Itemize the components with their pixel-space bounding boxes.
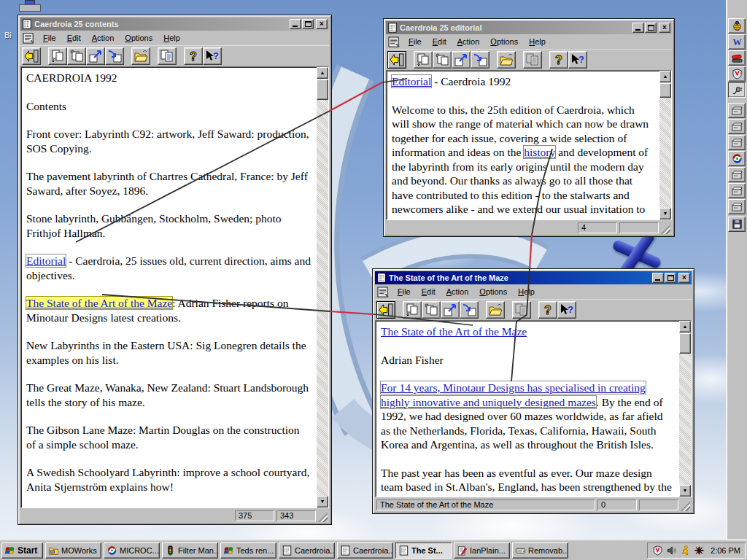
- menu-edit[interactable]: Edit: [433, 37, 446, 46]
- resize-grip[interactable]: [318, 513, 328, 522]
- stapler-icon-button[interactable]: [728, 50, 746, 66]
- link-out-button[interactable]: [86, 47, 105, 65]
- menu-action[interactable]: Action: [457, 37, 480, 46]
- scroll-thumb[interactable]: [659, 83, 671, 98]
- context-help-button[interactable]: [568, 51, 587, 69]
- task-caerdroia-1[interactable]: Caerdroia...: [279, 542, 335, 559]
- scroll-up-button[interactable]: ▲: [317, 67, 328, 79]
- menu-file[interactable]: File: [409, 37, 422, 46]
- menu-edit[interactable]: Edit: [422, 287, 436, 296]
- title-bar[interactable]: The State of the Art of the Maze ×: [375, 271, 692, 284]
- resize-grip[interactable]: [681, 502, 690, 511]
- open-button[interactable]: [497, 51, 516, 69]
- task-filter-manager[interactable]: Filter Man...: [162, 542, 218, 559]
- shield-badge-icon-button[interactable]: [728, 66, 746, 82]
- flower-icon[interactable]: [694, 545, 705, 556]
- vertical-scrollbar[interactable]: ▲ ▼: [679, 321, 691, 497]
- desktop-icon-fragment[interactable]: [19, 0, 41, 12]
- help-button[interactable]: [538, 301, 557, 319]
- drive-n-icon-button[interactable]: [728, 183, 746, 198]
- paste-page-button[interactable]: [67, 47, 86, 65]
- scroll-up-button[interactable]: ▲: [679, 321, 691, 332]
- task-ianplain[interactable]: IanPlain...: [454, 542, 510, 559]
- copy-page-button[interactable]: [403, 301, 422, 319]
- menu-help[interactable]: Help: [163, 34, 180, 42]
- plug-icon-button[interactable]: [728, 82, 746, 98]
- help-button[interactable]: [549, 51, 568, 69]
- close-button[interactable]: ×: [678, 273, 690, 283]
- menu-file[interactable]: File: [398, 287, 411, 296]
- task-the-state[interactable]: The St...: [395, 542, 452, 559]
- title-bar[interactable]: Caerdroia 25 contents ×: [20, 18, 329, 31]
- help-button[interactable]: [184, 47, 203, 65]
- title-bar[interactable]: Caerdroia 25 editorial ×: [386, 21, 672, 34]
- running-man-icon[interactable]: [680, 545, 691, 556]
- menu-options[interactable]: Options: [479, 287, 507, 296]
- menu-options[interactable]: Options: [125, 34, 152, 42]
- minimize-button[interactable]: [632, 23, 644, 33]
- copy-button[interactable]: [512, 301, 531, 319]
- desktop-icon-label[interactable]: Bi: [4, 31, 12, 39]
- resize-grip[interactable]: [661, 225, 670, 234]
- title-link[interactable]: The State of the Art of the Maze: [381, 325, 527, 338]
- copy-page-button[interactable]: [414, 51, 433, 69]
- minimize-button[interactable]: [290, 19, 301, 29]
- task-microc[interactable]: MICROC...: [104, 542, 160, 559]
- paste-page-button[interactable]: [433, 51, 452, 69]
- vertical-scrollbar[interactable]: ▲ ▼: [659, 71, 671, 219]
- scroll-down-button[interactable]: ▼: [659, 208, 671, 219]
- word-w-icon-button[interactable]: [728, 34, 746, 50]
- menu-help[interactable]: Help: [518, 287, 535, 296]
- start-button[interactable]: Start: [1, 542, 43, 559]
- drive-dark-icon-button[interactable]: [728, 119, 746, 134]
- scroll-up-button[interactable]: ▲: [659, 71, 671, 82]
- history-link[interactable]: history: [524, 146, 555, 158]
- scroll-thumb[interactable]: [679, 333, 691, 354]
- link-out-button[interactable]: [441, 301, 460, 319]
- menu-file[interactable]: File: [43, 34, 56, 42]
- drive-eject-icon-button[interactable]: [728, 167, 746, 182]
- document-menu-icon[interactable]: [377, 287, 390, 298]
- menu-action[interactable]: Action: [92, 34, 115, 42]
- camera-drive-icon-button[interactable]: [728, 151, 746, 166]
- task-moworks[interactable]: MOWorks: [45, 542, 101, 559]
- maximize-button[interactable]: [302, 19, 314, 29]
- virus-shield-icon[interactable]: [652, 545, 663, 556]
- link-in-button[interactable]: [105, 47, 124, 65]
- copy-button[interactable]: [158, 47, 177, 65]
- speaker-icon[interactable]: [666, 545, 677, 556]
- paste-page-button[interactable]: [422, 301, 441, 319]
- context-help-button[interactable]: [557, 301, 576, 319]
- scroll-thumb[interactable]: [317, 79, 328, 100]
- copy-button[interactable]: [523, 51, 542, 69]
- drive-bolt-icon-button[interactable]: [728, 103, 746, 118]
- link-out-button[interactable]: [452, 51, 471, 69]
- drive-shield-icon-button[interactable]: [728, 199, 746, 214]
- link-in-button[interactable]: [471, 51, 489, 69]
- minimize-button[interactable]: [652, 273, 664, 283]
- close-button[interactable]: ×: [659, 23, 670, 33]
- maximize-button[interactable]: [645, 23, 657, 33]
- state-of-the-art-link[interactable]: The State of the Art of the Maze: [26, 297, 172, 309]
- close-button[interactable]: ×: [316, 19, 328, 29]
- open-button[interactable]: [131, 47, 150, 65]
- task-removable[interactable]: Removab...: [512, 542, 568, 559]
- document-menu-icon[interactable]: [23, 33, 35, 44]
- scroll-down-button[interactable]: ▼: [679, 485, 691, 497]
- vertical-scrollbar[interactable]: ▲ ▼: [317, 67, 328, 508]
- menu-edit[interactable]: Edit: [67, 34, 81, 42]
- task-caerdroia-2[interactable]: Caerdroia...: [337, 542, 393, 559]
- floppy-icon-button[interactable]: [728, 217, 746, 232]
- back-button[interactable]: [22, 47, 41, 65]
- drive-sync-icon-button[interactable]: [728, 135, 746, 150]
- open-button[interactable]: [486, 301, 505, 319]
- back-button[interactable]: [376, 301, 395, 319]
- back-button[interactable]: [387, 51, 406, 69]
- editorial-link[interactable]: Editorial: [26, 254, 66, 267]
- maximize-button[interactable]: [665, 273, 676, 283]
- scroll-down-button[interactable]: ▼: [317, 496, 328, 508]
- bug-icon-button[interactable]: [728, 18, 746, 34]
- copy-page-button[interactable]: [48, 47, 67, 65]
- context-help-button[interactable]: [203, 47, 222, 65]
- link-in-button[interactable]: [460, 301, 479, 319]
